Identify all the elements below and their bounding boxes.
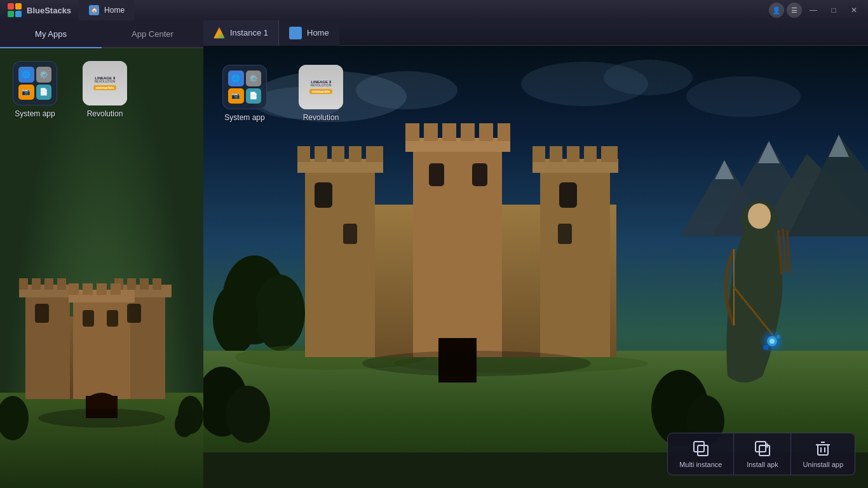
file-cell: 📄 <box>36 85 52 100</box>
tab-my-apps[interactable]: My Apps <box>0 20 102 48</box>
content-area: My Apps App Center <box>0 20 868 488</box>
right-system-app-label: System app <box>224 113 264 122</box>
svg-point-92 <box>763 345 768 350</box>
svg-rect-17 <box>83 283 93 295</box>
instance-logo <box>214 27 225 39</box>
svg-rect-19 <box>111 283 121 295</box>
uninstall-app-label: Uninstall app <box>803 461 843 468</box>
menu-icon[interactable]: ☰ <box>787 3 802 18</box>
svg-point-86 <box>748 203 771 229</box>
install-apk-icon <box>754 440 771 458</box>
svg-rect-69 <box>461 123 475 141</box>
uninstall-app-icon <box>814 440 832 458</box>
svg-rect-99 <box>698 445 708 456</box>
svg-rect-62 <box>584 146 597 162</box>
svg-rect-76 <box>429 163 444 186</box>
svg-rect-60 <box>550 146 562 162</box>
globe-cell-r: 🌐 <box>228 71 244 86</box>
left-apps-overlay: 🌐 ⚙️ 📷 📄 System app LINEAGE Ⅱ REV <box>13 61 191 118</box>
svg-point-45 <box>213 284 257 354</box>
svg-rect-63 <box>601 146 618 162</box>
gear-cell-r: ⚙️ <box>246 71 262 86</box>
instance-1-tab[interactable]: Instance 1 <box>203 20 279 46</box>
tab-app-center[interactable]: App Center <box>102 20 203 48</box>
multi-instance-button[interactable]: Multi instance <box>668 433 734 475</box>
svg-rect-13 <box>153 278 161 290</box>
svg-rect-98 <box>694 442 704 452</box>
panel-tabs: My Apps App Center <box>0 20 203 48</box>
svg-rect-101 <box>759 445 770 456</box>
left-system-app-label: System app <box>15 109 55 118</box>
svg-point-82 <box>226 386 270 443</box>
main-tab-label: Home <box>104 6 125 15</box>
svg-rect-22 <box>127 304 141 323</box>
svg-rect-66 <box>405 123 419 141</box>
instance-home-icon <box>289 27 302 39</box>
svg-point-25 <box>38 409 165 428</box>
svg-rect-12 <box>140 278 149 290</box>
app-grid: 🌐 ⚙️ 📷 📄 System app LINEAGE Ⅱ REV <box>0 48 203 488</box>
svg-rect-100 <box>756 442 766 452</box>
app-logo-area: BlueStacks <box>0 3 79 17</box>
system-app-icon-right: 🌐 ⚙️ 📷 📄 <box>222 65 267 109</box>
instance-home-tab[interactable]: Home <box>279 20 339 46</box>
bluestacks-logo <box>8 3 22 17</box>
svg-rect-65 <box>405 138 510 152</box>
left-revolution-app[interactable]: LINEAGE Ⅱ REVOLUTION netmarble Revolutio… <box>83 61 127 118</box>
svg-rect-24 <box>107 310 118 327</box>
multi-instance-label: Multi instance <box>679 461 722 468</box>
app-name: BlueStacks <box>27 6 71 15</box>
svg-rect-52 <box>297 146 310 162</box>
svg-rect-14 <box>73 297 130 399</box>
svg-point-80 <box>362 351 591 376</box>
maximize-button[interactable]: □ <box>825 3 843 17</box>
svg-rect-104 <box>818 445 828 455</box>
window-controls: 👤 ☰ — □ ✕ <box>769 3 868 18</box>
svg-rect-16 <box>69 283 79 295</box>
svg-rect-70 <box>479 123 493 141</box>
main-home-tab[interactable]: 🏠 Home <box>79 0 135 20</box>
profile-icon[interactable]: 👤 <box>769 3 784 18</box>
system-app-icon-left: 🌐 ⚙️ 📷 📄 <box>13 61 57 105</box>
svg-point-35 <box>686 76 801 117</box>
svg-rect-54 <box>332 146 344 162</box>
svg-point-91 <box>770 339 775 344</box>
svg-rect-61 <box>567 146 580 162</box>
svg-rect-55 <box>349 146 362 162</box>
svg-rect-75 <box>559 182 577 208</box>
svg-rect-59 <box>532 146 545 162</box>
right-revolution-app[interactable]: LINEAGE Ⅱ REVOLUTION netmarble Revolutio… <box>299 65 343 122</box>
svg-rect-78 <box>343 224 357 244</box>
gear-cell: ⚙️ <box>36 67 52 83</box>
file-cell-r: 📄 <box>246 88 262 104</box>
left-system-app[interactable]: 🌐 ⚙️ 📷 📄 System app <box>13 61 57 118</box>
castle-scene: 🌐 ⚙️ 📷 📄 System app LINEAGE Ⅱ REV <box>203 46 868 488</box>
main-window: BlueStacks 🏠 Home 👤 ☰ — □ ✕ My Apps App … <box>0 0 868 488</box>
camera-cell: 📷 <box>18 85 34 100</box>
svg-rect-53 <box>315 146 327 162</box>
minimize-button[interactable]: — <box>804 3 822 17</box>
svg-rect-18 <box>97 283 107 295</box>
castle-svg-left <box>0 234 203 488</box>
globe-cell: 🌐 <box>18 67 34 83</box>
svg-rect-64 <box>413 147 502 357</box>
install-apk-button[interactable]: Install apk <box>734 433 791 475</box>
camera-cell-r: 📷 <box>228 88 244 104</box>
svg-point-44 <box>254 274 305 351</box>
instance-title-bar: Instance 1 Home <box>203 20 868 46</box>
right-system-app[interactable]: 🌐 ⚙️ 📷 📄 System app <box>222 65 267 122</box>
close-button[interactable]: ✕ <box>845 3 863 17</box>
left-revolution-label: Revolution <box>87 109 123 118</box>
title-bar: BlueStacks 🏠 Home 👤 ☰ — □ ✕ <box>0 0 868 20</box>
svg-point-34 <box>604 60 693 95</box>
svg-rect-79 <box>558 224 572 244</box>
svg-rect-23 <box>83 310 94 327</box>
svg-rect-68 <box>442 123 456 141</box>
svg-rect-11 <box>127 278 136 290</box>
svg-point-93 <box>776 335 780 339</box>
multi-instance-icon <box>692 440 710 458</box>
instance-tab-label: Instance 1 <box>230 28 268 37</box>
home-tab-icon: 🏠 <box>89 5 99 15</box>
uninstall-app-button[interactable]: Uninstall app <box>791 433 855 475</box>
instance-home-label: Home <box>307 28 329 37</box>
